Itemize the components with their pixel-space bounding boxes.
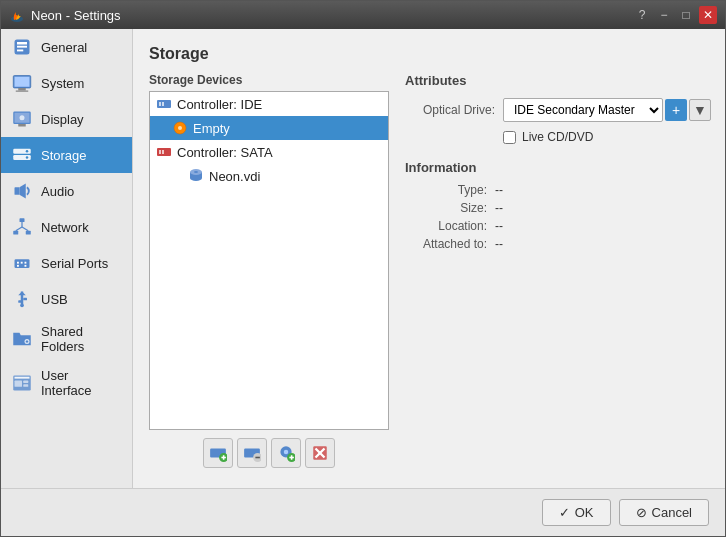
svg-rect-38	[15, 377, 30, 379]
audio-icon	[11, 180, 33, 202]
svg-point-35	[20, 303, 24, 307]
svg-point-16	[26, 156, 29, 159]
app-icon	[9, 7, 25, 23]
storage-devices-panel: Storage Devices Controller:	[149, 73, 389, 472]
tree-item-empty[interactable]: Empty	[150, 116, 388, 140]
cancel-icon: ⊘	[636, 505, 647, 520]
optical-drive-add-button[interactable]: +	[665, 99, 687, 121]
minimize-button[interactable]: −	[655, 6, 673, 24]
serial-ports-icon	[11, 252, 33, 274]
controller-ide-label: Controller: IDE	[177, 97, 262, 112]
svg-rect-20	[13, 231, 18, 235]
sidebar-item-shared-folders[interactable]: Shared Folders	[1, 317, 132, 361]
svg-rect-19	[20, 218, 25, 222]
settings-window: Neon - Settings ? − □ ✕ General	[0, 0, 726, 537]
cancel-label: Cancel	[652, 505, 692, 520]
live-cd-dvd-checkbox[interactable]	[503, 131, 516, 144]
sidebar-item-general[interactable]: General	[1, 29, 132, 65]
svg-rect-3	[17, 46, 27, 48]
help-button[interactable]: ?	[633, 6, 651, 24]
close-button[interactable]: ✕	[699, 6, 717, 24]
remove-attachment-button[interactable]	[305, 438, 335, 468]
storage-icon	[11, 144, 33, 166]
location-row: Location: --	[405, 219, 711, 233]
tree-item-neon-vdi[interactable]: Neon.vdi	[150, 164, 388, 188]
svg-point-14	[26, 150, 29, 153]
ok-checkmark-icon: ✓	[559, 505, 570, 520]
main-panel: Storage Storage Devices	[133, 29, 725, 488]
svg-rect-41	[23, 384, 28, 387]
add-controller-button[interactable]	[203, 438, 233, 468]
type-label: Type:	[405, 183, 495, 197]
ok-button[interactable]: ✓ OK	[542, 499, 611, 526]
optical-drive-controls: IDE Secondary Master + ▼	[503, 98, 711, 122]
svg-line-24	[22, 227, 28, 231]
add-attachment-button[interactable]	[271, 438, 301, 468]
type-value: --	[495, 183, 503, 197]
information-title: Information	[405, 160, 711, 175]
information-section: Information Type: -- Size: -- Location: …	[405, 160, 711, 255]
sidebar-item-audio[interactable]: Audio	[1, 173, 132, 209]
tree-item-controller-sata[interactable]: Controller: SATA	[150, 140, 388, 164]
titlebar-controls: ? − □ ✕	[633, 6, 717, 24]
sidebar-label-system: System	[41, 76, 84, 91]
live-cd-dvd-row: Live CD/DVD	[503, 130, 711, 144]
svg-rect-2	[17, 42, 27, 45]
storage-tree: Controller: IDE Empty	[149, 91, 389, 430]
svg-rect-60	[255, 457, 260, 459]
svg-rect-30	[25, 265, 27, 267]
sidebar-label-usb: USB	[41, 292, 68, 307]
size-value: --	[495, 201, 503, 215]
svg-rect-21	[26, 231, 31, 235]
svg-rect-65	[291, 455, 293, 460]
sidebar-item-network[interactable]: Network	[1, 209, 132, 245]
size-label: Size:	[405, 201, 495, 215]
svg-rect-57	[223, 455, 225, 460]
optical-drive-select[interactable]: IDE Secondary Master	[503, 98, 663, 122]
svg-rect-29	[17, 265, 19, 267]
attached-to-label: Attached to:	[405, 237, 495, 251]
svg-line-23	[16, 227, 22, 231]
maximize-button[interactable]: □	[677, 6, 695, 24]
optical-drive-label: Optical Drive:	[405, 103, 495, 117]
neon-vdi-label: Neon.vdi	[209, 169, 260, 184]
attached-to-value: --	[495, 237, 503, 251]
location-value: --	[495, 219, 503, 233]
sidebar-item-usb[interactable]: USB	[1, 281, 132, 317]
sidebar-item-display[interactable]: Display	[1, 101, 132, 137]
titlebar-left: Neon - Settings	[9, 7, 121, 23]
svg-marker-18	[20, 184, 26, 199]
tree-item-controller-ide[interactable]: Controller: IDE	[150, 92, 388, 116]
svg-rect-6	[15, 77, 30, 87]
user-interface-icon	[11, 372, 33, 394]
svg-rect-4	[17, 50, 23, 52]
sidebar-label-shared-folders: Shared Folders	[41, 324, 122, 354]
svg-rect-34	[23, 298, 27, 301]
svg-rect-7	[18, 88, 26, 91]
svg-rect-8	[16, 91, 29, 92]
sidebar-item-user-interface[interactable]: User Interface	[1, 361, 132, 405]
page-title: Storage	[149, 45, 711, 63]
sidebar-item-system[interactable]: System	[1, 65, 132, 101]
svg-marker-32	[18, 292, 26, 296]
storage-devices-label: Storage Devices	[149, 73, 389, 87]
optical-drive-arrow-button[interactable]: ▼	[689, 99, 711, 121]
sidebar-item-serial-ports[interactable]: Serial Ports	[1, 245, 132, 281]
svg-point-62	[284, 450, 289, 455]
svg-rect-12	[18, 124, 26, 127]
sidebar-item-storage[interactable]: Storage	[1, 137, 132, 173]
disk-icon	[188, 168, 204, 184]
sidebar-label-display: Display	[41, 112, 84, 127]
cancel-button[interactable]: ⊘ Cancel	[619, 499, 709, 526]
svg-point-53	[194, 171, 198, 173]
remove-controller-button[interactable]	[237, 438, 267, 468]
svg-rect-49	[162, 150, 164, 154]
svg-rect-26	[17, 262, 19, 264]
attributes-panel: Attributes Optical Drive: IDE Secondary …	[389, 73, 711, 472]
optical-drive-row: Optical Drive: IDE Secondary Master + ▼	[405, 98, 711, 122]
svg-point-11	[20, 115, 25, 120]
svg-rect-44	[162, 102, 164, 106]
shared-folders-icon	[11, 328, 33, 350]
window-title: Neon - Settings	[31, 8, 121, 23]
titlebar: Neon - Settings ? − □ ✕	[1, 1, 725, 29]
